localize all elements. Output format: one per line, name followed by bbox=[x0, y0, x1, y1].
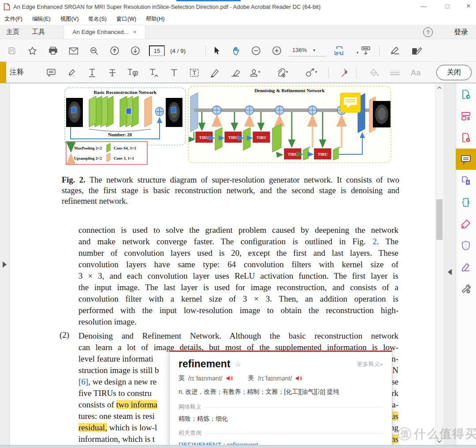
hand-tool-icon[interactable] bbox=[229, 43, 244, 58]
fill-sign-tool-icon[interactable] bbox=[456, 213, 476, 235]
body-paragraph-1: connection is used to solve the gradient… bbox=[78, 224, 398, 328]
figure-2-diagram: Basic Reconstruction Network bbox=[62, 85, 399, 168]
toolbar-divider bbox=[205, 45, 206, 56]
scroll-up-icon[interactable] bbox=[436, 85, 443, 91]
combine-files-icon[interactable] bbox=[456, 170, 476, 191]
comment-annotation-icon[interactable] bbox=[340, 93, 361, 112]
related-link-2[interactable]: refinement bbox=[227, 441, 258, 445]
right-panel-strip bbox=[443, 83, 456, 445]
replace-text-icon[interactable] bbox=[126, 66, 140, 79]
page-up-icon[interactable] bbox=[107, 43, 122, 58]
text-box-icon[interactable] bbox=[187, 66, 201, 79]
menu-window[interactable]: 窗口(W) bbox=[116, 15, 136, 23]
attach-file-icon[interactable]: ▾ bbox=[274, 66, 288, 79]
zoom-in-icon[interactable] bbox=[269, 43, 284, 58]
input-feature-plane bbox=[190, 93, 198, 132]
save-icon[interactable] bbox=[4, 43, 19, 58]
certificates-pen-icon[interactable] bbox=[456, 257, 476, 278]
fill-sign-icon[interactable] bbox=[409, 43, 424, 58]
right-panel-collapse-icon[interactable] bbox=[448, 269, 452, 275]
scroll-mode-icon[interactable] bbox=[358, 43, 373, 58]
speaker-icon[interactable] bbox=[295, 375, 302, 381]
toolbar-divider bbox=[379, 45, 379, 56]
add-text-icon[interactable] bbox=[167, 66, 181, 79]
conv-output-layer bbox=[145, 96, 152, 127]
menu-view[interactable]: 视图(V) bbox=[60, 15, 79, 23]
zoom-level-dropdown[interactable]: 136% ▾ bbox=[289, 44, 327, 56]
shapes-icon[interactable]: ▾ bbox=[303, 66, 317, 79]
sticky-note-icon[interactable] bbox=[44, 66, 58, 79]
svg-text:Number: 20: Number: 20 bbox=[108, 132, 132, 137]
svg-text:Upsampling 2×2: Upsampling 2×2 bbox=[74, 156, 102, 161]
svg-text:Denoising & Refinement Network: Denoising & Refinement Network bbox=[254, 88, 325, 93]
speaker-icon[interactable] bbox=[226, 375, 233, 381]
window-bottom-edge bbox=[0, 445, 476, 448]
uk-label: 英 bbox=[178, 374, 185, 382]
mri-output-image bbox=[166, 98, 182, 127]
menu-help[interactable]: 帮助(H) bbox=[146, 15, 164, 23]
underline-text-icon[interactable] bbox=[85, 66, 99, 79]
paint-bucket-icon bbox=[367, 66, 381, 79]
pointer-tool-icon[interactable] bbox=[209, 43, 224, 58]
tab-close-icon[interactable]: × bbox=[133, 29, 137, 35]
page-down-icon[interactable] bbox=[128, 43, 143, 58]
vertical-scrollbar[interactable] bbox=[435, 83, 443, 445]
pencil-icon[interactable] bbox=[208, 66, 222, 79]
tab-document[interactable]: An Edge Enhanced... × bbox=[63, 25, 145, 39]
svg-text:TIRU: TIRU bbox=[288, 152, 298, 157]
tab-home[interactable]: 主页 bbox=[0, 25, 26, 39]
export-pdf-icon[interactable] bbox=[456, 84, 476, 105]
svg-text:MaxPooling 2×2: MaxPooling 2×2 bbox=[74, 146, 102, 150]
email-icon[interactable] bbox=[66, 43, 81, 58]
related-link-1[interactable]: REFINEMENT bbox=[178, 441, 221, 445]
highlighter-icon[interactable] bbox=[65, 66, 79, 79]
sign-in-button[interactable]: 登录 bbox=[454, 28, 468, 37]
help-icon[interactable]: ? bbox=[423, 27, 433, 37]
more-definitions-link[interactable]: 更多释义» bbox=[357, 360, 383, 368]
tab-tools[interactable]: 工具 bbox=[26, 25, 51, 39]
eraser-icon[interactable] bbox=[228, 66, 242, 79]
organize-pages-icon[interactable] bbox=[456, 105, 476, 127]
protect-shield-icon[interactable] bbox=[456, 235, 476, 256]
list-marker: (2) bbox=[60, 330, 69, 340]
search-icon[interactable] bbox=[86, 43, 101, 58]
stamp-icon[interactable]: ▾ bbox=[247, 66, 261, 79]
web-definition-header: 网络释义 bbox=[178, 403, 201, 411]
svg-text:TIRU: TIRU bbox=[257, 135, 267, 140]
svg-text:Basic Reconstruction Network: Basic Reconstruction Network bbox=[94, 90, 157, 95]
mri-input-image bbox=[66, 98, 83, 127]
conv-stack-2 bbox=[120, 96, 138, 127]
page-count-label: (4 / 9) bbox=[170, 48, 186, 54]
pin-icon[interactable] bbox=[338, 66, 352, 79]
more-tools-icon[interactable] bbox=[456, 278, 476, 299]
pdf-file-icon bbox=[4, 3, 10, 11]
page-number-input[interactable] bbox=[149, 45, 165, 56]
menu-file[interactable]: 文件(F) bbox=[4, 15, 22, 23]
close-comment-toolbar-button[interactable]: 关闭 bbox=[436, 65, 472, 80]
text-style-icon: Aa bbox=[409, 66, 423, 79]
line-style-icon bbox=[388, 66, 402, 79]
close-window-button[interactable]: × bbox=[458, 0, 476, 12]
menu-edit[interactable]: 编辑(E) bbox=[32, 15, 51, 23]
zoom-out-icon[interactable] bbox=[249, 43, 264, 58]
fit-width-icon[interactable]: ▾ bbox=[333, 43, 348, 58]
figure-legend: MaxPooling 2×2 Upsampling 2×2 Conv 64, 3… bbox=[66, 142, 147, 164]
star-favorite-icon[interactable] bbox=[25, 43, 40, 58]
strikethrough-text-icon[interactable] bbox=[105, 66, 119, 79]
left-panel-expand-icon[interactable] bbox=[3, 261, 7, 268]
star-favorite-icon[interactable]: ☆ bbox=[235, 359, 242, 369]
maximize-button[interactable]: □ bbox=[437, 0, 457, 12]
chevron-down-icon: ▾ bbox=[313, 48, 315, 52]
svg-text:TIRU: TIRU bbox=[318, 152, 328, 157]
menu-sign[interactable]: 签名(S) bbox=[88, 15, 107, 23]
scrollbar-thumb[interactable] bbox=[436, 199, 443, 240]
create-pdf-icon[interactable] bbox=[456, 127, 476, 148]
insert-text-icon[interactable] bbox=[146, 66, 160, 79]
toolbar-divider bbox=[328, 67, 329, 78]
sign-pen-icon[interactable] bbox=[388, 43, 403, 58]
watermark: 值 什么值得买 bbox=[398, 426, 476, 442]
compress-pdf-icon[interactable] bbox=[456, 192, 476, 213]
comment-tool-icon[interactable] bbox=[456, 149, 476, 170]
minimize-button[interactable]: — bbox=[413, 0, 434, 12]
print-icon[interactable] bbox=[45, 43, 60, 58]
